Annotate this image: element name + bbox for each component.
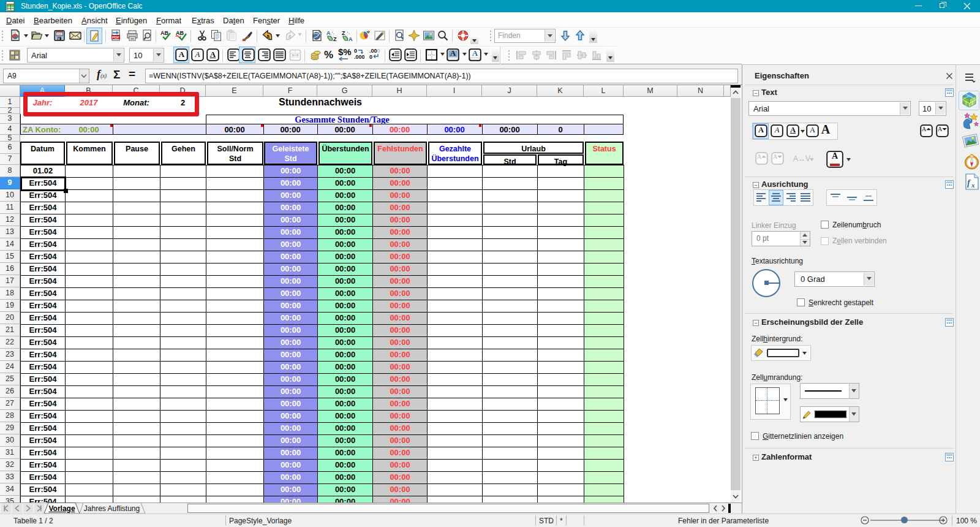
svg-text:.00: .00 — [369, 48, 377, 54]
svg-text:0: 0 — [377, 48, 380, 54]
svg-text:0: 0 — [369, 54, 372, 60]
svg-text:AB: AB — [176, 30, 184, 36]
svg-text:A: A — [349, 36, 353, 42]
svg-text:Z: Z — [342, 30, 345, 36]
svg-text:0: 0 — [354, 48, 357, 54]
svg-text:.000: .000 — [354, 54, 364, 60]
svg-text:N: N — [971, 154, 973, 158]
svg-text:PDF: PDF — [112, 36, 119, 39]
svg-text:A: A — [326, 30, 331, 36]
svg-text:Z: Z — [333, 36, 337, 42]
svg-text:x: x — [971, 181, 975, 189]
svg-text:AB: AB — [160, 30, 168, 36]
